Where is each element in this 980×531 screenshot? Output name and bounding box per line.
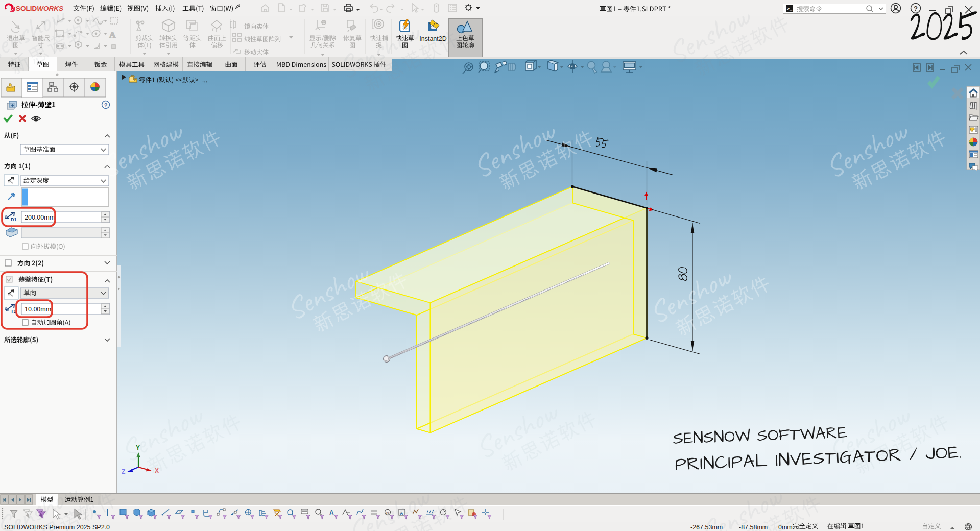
svg-text:X: X [155, 467, 159, 474]
svg-text:A: A [400, 511, 403, 516]
svg-text:D1: D1 [11, 217, 17, 222]
svg-text:A: A [109, 30, 116, 40]
svg-text:A: A [329, 509, 334, 516]
svg-text:?: ? [104, 102, 108, 108]
svg-text:T1: T1 [11, 309, 16, 314]
svg-text:SOLIDWORKS: SOLIDWORKS [16, 5, 63, 12]
svg-text:Z: Z [122, 468, 125, 475]
svg-text:?: ? [914, 5, 918, 12]
svg-text:Y: Y [136, 444, 140, 451]
svg-text:200.00mm: 200.00mm [25, 214, 55, 221]
svg-text:Instant2D: Instant2D [419, 35, 447, 42]
svg-text:10.00mm: 10.00mm [25, 306, 51, 313]
svg-text:N: N [386, 511, 389, 515]
